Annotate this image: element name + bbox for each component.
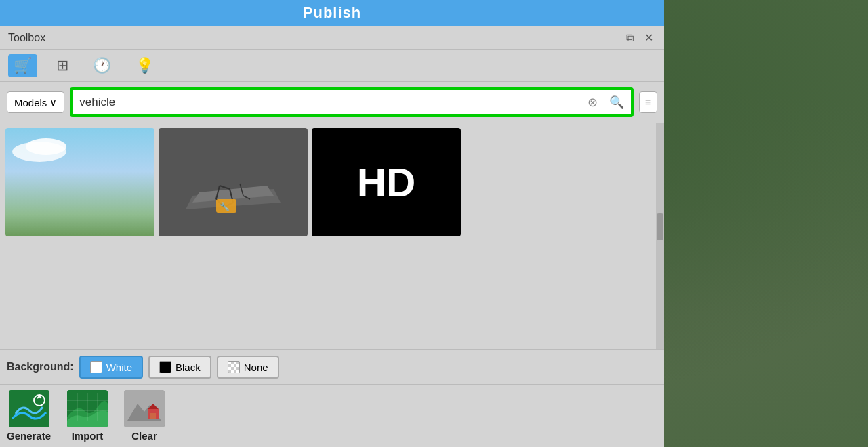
clear-svg bbox=[124, 390, 165, 427]
filter-button[interactable]: ≡ bbox=[639, 91, 657, 113]
tab-grid[interactable]: ⊞ bbox=[51, 54, 74, 77]
shop-icon: 🛒 bbox=[14, 57, 32, 74]
generate-svg bbox=[9, 390, 49, 427]
search-input[interactable] bbox=[73, 90, 583, 114]
toolbox-panel: Publish Toolbox ⧉ ✕ 🛒 ⊞ 🕐 💡 Models bbox=[0, 0, 664, 447]
tab-shop[interactable]: 🛒 bbox=[8, 54, 37, 77]
svg-rect-22 bbox=[150, 413, 156, 419]
action-row: Generate Import bbox=[0, 384, 664, 447]
none-swatch bbox=[228, 361, 240, 373]
white-swatch bbox=[90, 361, 102, 373]
bulb-icon: 💡 bbox=[136, 57, 154, 74]
tab-bulb[interactable]: 💡 bbox=[130, 54, 159, 77]
import-icon bbox=[67, 390, 108, 427]
import-label: Import bbox=[72, 430, 104, 442]
grid-item-cracked[interactable]: 🔧 bbox=[159, 128, 308, 236]
toolbox-header-icons: ⧉ ✕ bbox=[623, 30, 656, 45]
toolbox-header: Toolbox ⧉ ✕ bbox=[0, 26, 664, 50]
tab-recent[interactable]: 🕐 bbox=[87, 54, 117, 77]
none-label: None bbox=[244, 362, 268, 373]
restore-icon: ⧉ bbox=[626, 32, 634, 43]
black-label: Black bbox=[175, 362, 201, 373]
scrollbar-thumb[interactable] bbox=[657, 213, 663, 240]
generate-action[interactable]: Generate bbox=[7, 390, 51, 442]
grid-icon: ⊞ bbox=[56, 57, 68, 74]
search-button[interactable]: 🔍 bbox=[602, 92, 631, 112]
generate-icon bbox=[9, 390, 49, 427]
background-white-button[interactable]: White bbox=[79, 356, 143, 379]
background-label: Background: bbox=[7, 361, 74, 373]
models-dropdown[interactable]: Models ∨ bbox=[7, 91, 64, 113]
hd-text: HD bbox=[357, 159, 416, 206]
import-action[interactable]: Import bbox=[67, 390, 108, 442]
toolbox-title: Toolbox bbox=[8, 32, 45, 44]
generate-label: Generate bbox=[7, 430, 51, 442]
clock-icon: 🕐 bbox=[93, 57, 111, 74]
clear-action[interactable]: Clear bbox=[124, 390, 165, 442]
import-svg bbox=[67, 390, 108, 427]
black-swatch bbox=[159, 361, 171, 373]
search-icon: 🔍 bbox=[609, 95, 624, 109]
background-black-button[interactable]: Black bbox=[148, 356, 211, 379]
search-clear-button[interactable]: ⊗ bbox=[583, 95, 602, 110]
svg-line-4 bbox=[220, 186, 230, 189]
clear-label: Clear bbox=[131, 430, 157, 442]
content-grid: 🔧 HD bbox=[0, 123, 664, 349]
svg-rect-19 bbox=[124, 390, 165, 427]
filter-icon: ≡ bbox=[645, 96, 651, 108]
dropdown-arrow-icon: ∨ bbox=[49, 96, 57, 108]
tab-row: 🛒 ⊞ 🕐 💡 bbox=[0, 50, 664, 82]
clear-icon: ⊗ bbox=[587, 95, 598, 109]
restore-button[interactable]: ⧉ bbox=[623, 30, 636, 45]
cracked-surface-svg: 🔧 bbox=[179, 148, 287, 216]
grid-item-hd[interactable]: HD bbox=[312, 128, 461, 236]
close-icon: ✕ bbox=[644, 32, 653, 43]
white-label: White bbox=[106, 362, 132, 373]
background-row: Background: White Black None bbox=[0, 349, 664, 384]
grid-item-sky[interactable] bbox=[5, 128, 154, 236]
svg-text:🔧: 🔧 bbox=[220, 201, 230, 211]
publish-bar[interactable]: Publish bbox=[0, 0, 664, 26]
background-none-button[interactable]: None bbox=[217, 356, 279, 379]
scrollbar[interactable] bbox=[656, 123, 664, 349]
models-label: Models bbox=[14, 97, 47, 108]
search-container: ⊗ 🔍 bbox=[70, 87, 633, 117]
search-row: Models ∨ ⊗ 🔍 ≡ bbox=[0, 82, 664, 123]
clear-icon-box bbox=[124, 390, 165, 427]
publish-label: Publish bbox=[303, 4, 361, 21]
close-button[interactable]: ✕ bbox=[642, 30, 656, 45]
svg-rect-11 bbox=[9, 390, 49, 427]
